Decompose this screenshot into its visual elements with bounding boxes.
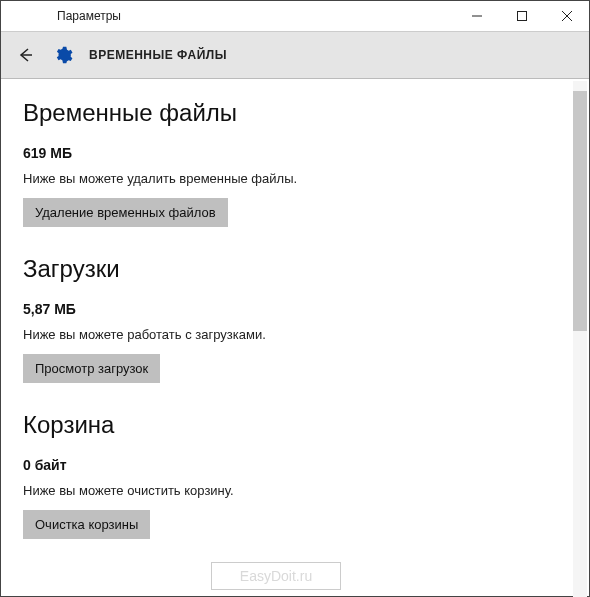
downloads-size: 5,87 МБ — [23, 301, 567, 317]
maximize-icon — [517, 11, 527, 21]
empty-recycle-button[interactable]: Очистка корзины — [23, 510, 150, 539]
window-controls — [454, 1, 589, 31]
temp-size: 619 МБ — [23, 145, 567, 161]
watermark: EasyDoit.ru — [211, 562, 341, 590]
view-downloads-button[interactable]: Просмотр загрузок — [23, 354, 160, 383]
page-title: ВРЕМЕННЫЕ ФАЙЛЫ — [89, 48, 227, 62]
section-title-temp: Временные файлы — [23, 99, 567, 127]
gear-icon — [53, 45, 73, 65]
close-icon — [562, 11, 572, 21]
section-downloads: Загрузки 5,87 МБ Ниже вы можете работать… — [23, 255, 567, 383]
scrollbar-thumb[interactable] — [573, 91, 587, 331]
minimize-icon — [472, 11, 482, 21]
window-title: Параметры — [57, 9, 121, 23]
settings-window: Параметры ВРЕМЕННЫЕ ФАЙЛЫ Временные файл… — [0, 0, 590, 597]
downloads-desc: Ниже вы можете работать с загрузками. — [23, 327, 567, 342]
maximize-button[interactable] — [499, 1, 544, 31]
minimize-button[interactable] — [454, 1, 499, 31]
temp-desc: Ниже вы можете удалить временные файлы. — [23, 171, 567, 186]
section-title-downloads: Загрузки — [23, 255, 567, 283]
arrow-left-icon — [16, 46, 34, 64]
section-temp-files: Временные файлы 619 МБ Ниже вы можете уд… — [23, 99, 567, 227]
header-bar: ВРЕМЕННЫЕ ФАЙЛЫ — [1, 31, 589, 79]
svg-rect-1 — [517, 12, 526, 21]
recycle-size: 0 байт — [23, 457, 567, 473]
delete-temp-button[interactable]: Удаление временных файлов — [23, 198, 228, 227]
recycle-desc: Ниже вы можете очистить корзину. — [23, 483, 567, 498]
back-button[interactable] — [13, 43, 37, 67]
content-wrap: Временные файлы 619 МБ Ниже вы можете уд… — [1, 79, 589, 596]
content-area: Временные файлы 619 МБ Ниже вы можете уд… — [1, 79, 589, 596]
close-button[interactable] — [544, 1, 589, 31]
scrollbar-track[interactable] — [573, 81, 587, 597]
section-recycle: Корзина 0 байт Ниже вы можете очистить к… — [23, 411, 567, 539]
section-title-recycle: Корзина — [23, 411, 567, 439]
titlebar: Параметры — [1, 1, 589, 31]
